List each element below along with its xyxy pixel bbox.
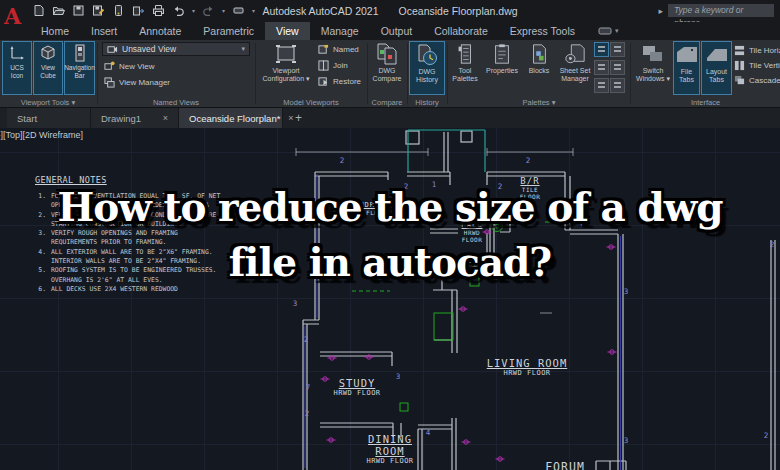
button-label: File xyxy=(681,68,692,75)
button-label: DWG xyxy=(378,67,395,74)
search-input[interactable]: Type a keyword or phrase xyxy=(668,4,774,17)
tab-label: Drawing1 xyxy=(101,113,141,124)
count-palette-button[interactable] xyxy=(610,60,625,75)
button-label: Restore xyxy=(333,77,361,86)
button-label: Manager xyxy=(561,75,589,82)
close-tab-icon[interactable]: × xyxy=(163,113,168,123)
door-tag: 4 xyxy=(426,428,431,437)
navigation-bar-toggle-button[interactable]: NavigationBar xyxy=(64,41,95,95)
tool-palettes-icon xyxy=(454,43,476,65)
file-tabs-toggle-button[interactable]: FileTabs xyxy=(673,41,700,95)
tile-horizontally-button[interactable]: Tile Horizontally xyxy=(734,45,780,56)
dwg-history-button[interactable]: DWGHistory xyxy=(409,41,445,95)
button-label: Tool xyxy=(459,67,472,74)
tab-view[interactable]: View xyxy=(265,22,310,40)
tab-oceanside-floorplan[interactable]: Oceanside Floorplan* × xyxy=(179,108,283,128)
panel-history: DWGHistory History xyxy=(408,40,446,108)
new-view-button[interactable]: New View xyxy=(104,61,154,72)
blocks-button[interactable]: Blocks xyxy=(524,41,554,95)
dwg-compare-button[interactable]: DWGCompare xyxy=(369,41,405,95)
join-viewports-button[interactable]: Join xyxy=(318,60,348,71)
drawing-viewport[interactable]: [-][Top][2D Wireframe] xyxy=(0,128,780,470)
cascade-button[interactable]: Cascade xyxy=(734,75,780,86)
overlay-caption-line2: file in autocad? xyxy=(0,235,780,290)
tab-insert[interactable]: Insert xyxy=(80,22,128,40)
panel-label[interactable]: History xyxy=(408,98,446,107)
tab-label: Start xyxy=(17,113,37,124)
command-line-palette-button[interactable] xyxy=(594,42,609,57)
viewport-configuration-button[interactable]: ViewportConfiguration ▾ xyxy=(258,41,314,95)
tile-vertically-button[interactable]: Tile Vertically xyxy=(734,60,780,71)
button-label: View Manager xyxy=(119,78,170,87)
properties-icon xyxy=(491,43,513,65)
panel-label[interactable]: Model Viewports xyxy=(256,98,366,107)
layout-tabs-toggle-button[interactable]: LayoutTabs xyxy=(701,41,732,95)
panel-label[interactable]: Palettes ▾ xyxy=(448,98,630,107)
button-label: Viewport xyxy=(272,67,299,74)
view-manager-icon xyxy=(104,77,115,88)
autocad-logo-icon[interactable]: A xyxy=(4,3,26,29)
switch-windows-button[interactable]: SwitchWindows ▾ xyxy=(634,41,672,95)
button-label: Palettes xyxy=(452,75,477,82)
close-tab-icon[interactable]: × xyxy=(288,113,293,123)
panel-label[interactable]: Compare xyxy=(368,98,406,107)
tab-collaborate[interactable]: Collaborate xyxy=(423,22,499,40)
panel-compare: DWGCompare Compare xyxy=(368,40,406,108)
ribbon-options-button[interactable]: ▾ xyxy=(598,22,619,40)
new-drawing-button[interactable]: + xyxy=(295,108,302,128)
ucs-icon-toggle-button[interactable]: UCSIcon xyxy=(2,41,32,95)
panel-label[interactable]: Viewport Tools ▾ xyxy=(0,98,96,107)
button-label: Switch xyxy=(643,67,664,74)
window-tag: 3 xyxy=(624,436,629,445)
new-view-icon xyxy=(104,61,115,72)
button-label: New View xyxy=(119,62,154,71)
file-tab-bar: Start Drawing1 × Oceanside Floorplan* × … xyxy=(0,108,780,128)
ribbon-tab-bar: Home Insert Annotate Parametric View Man… xyxy=(0,22,780,40)
tile-vertically-icon xyxy=(734,60,745,71)
restore-viewports-icon xyxy=(318,76,329,87)
panel-viewport-tools: UCSIcon ViewCube NavigationBar Viewport … xyxy=(0,40,96,108)
panel-label[interactable]: Named Views xyxy=(98,98,254,107)
button-label: DWG xyxy=(418,68,435,75)
ucs-axes-icon xyxy=(8,44,26,62)
tab-express-tools[interactable]: Express Tools xyxy=(499,22,586,40)
window-tag: 2 xyxy=(764,431,769,440)
tab-manage[interactable]: Manage xyxy=(310,22,370,40)
tool-palettes-button[interactable]: ToolPalettes xyxy=(450,41,480,95)
materials-palette-button[interactable] xyxy=(610,78,625,93)
view-cube-toggle-button[interactable]: ViewCube xyxy=(33,41,63,95)
restore-viewports-button[interactable]: Restore xyxy=(318,76,361,87)
calculator-palette-button[interactable] xyxy=(594,78,609,93)
tab-parametric[interactable]: Parametric xyxy=(192,22,265,40)
sheet-set-manager-button[interactable]: Sheet SetManager xyxy=(555,41,595,95)
button-label: Cascade xyxy=(749,76,780,85)
tab-home[interactable]: Home xyxy=(30,22,80,40)
button-label: Properties xyxy=(486,67,518,74)
panel-label[interactable]: Interface xyxy=(631,98,780,107)
window-tag: 2 xyxy=(304,335,309,344)
button-label: Layout xyxy=(706,68,727,75)
tab-start[interactable]: Start xyxy=(7,108,91,128)
button-label: Compare xyxy=(373,75,402,82)
button-label: Join xyxy=(333,61,348,70)
markup-palette-button[interactable] xyxy=(594,60,609,75)
button-label: Cube xyxy=(40,72,56,79)
button-label: Sheet Set xyxy=(560,67,591,74)
cascade-icon xyxy=(734,75,745,86)
view-icon xyxy=(107,44,118,55)
properties-button[interactable]: Properties xyxy=(481,41,523,95)
layer-palette-button[interactable] xyxy=(610,42,625,57)
named-viewports-button[interactable]: Named xyxy=(318,44,359,55)
switch-windows-icon xyxy=(641,43,665,65)
room-label-study: STUDYHRWD FLOOR xyxy=(333,377,380,397)
view-manager-button[interactable]: View Manager xyxy=(104,77,170,88)
button-label: Tile Horizontally xyxy=(749,46,780,55)
chevron-down-icon: ▾ xyxy=(306,75,310,82)
tab-output[interactable]: Output xyxy=(370,22,424,40)
tab-annotate[interactable]: Annotate xyxy=(128,22,192,40)
search-arrow-icon[interactable]: ▸ xyxy=(658,6,663,16)
file-tabs-icon xyxy=(675,44,699,66)
tab-drawing1[interactable]: Drawing1 × xyxy=(91,108,179,128)
view-list-dropdown[interactable]: Unsaved View ▾ xyxy=(102,42,250,56)
door-tag: 3 xyxy=(396,372,401,381)
